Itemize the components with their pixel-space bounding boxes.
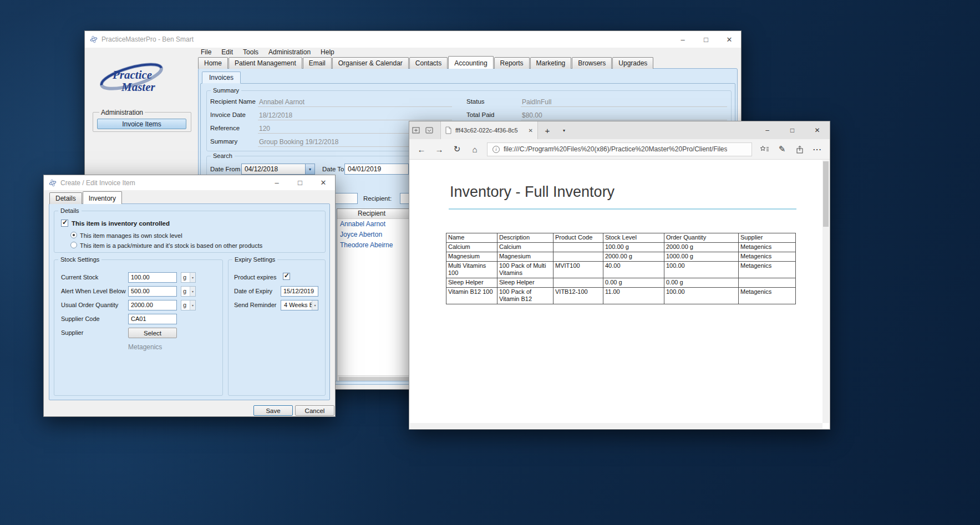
main-titlebar[interactable]: PracticeMasterPro - Ben Smart – □ ✕ [85,31,741,48]
current-stock-input[interactable]: 100.00 [128,272,177,283]
inventory-controlled-label[interactable]: This item is inventory controlled [72,220,170,227]
settings-more-icon[interactable]: ··· [809,141,826,157]
cell: 1000.00 g [664,252,739,262]
tab-marketing[interactable]: Marketing [530,57,572,69]
order-quantity-input[interactable]: 2000.00 [128,300,177,310]
browser-tab-strip[interactable]: fff43c62-022c-4f36-8c5 ✕ + ▾ – □ ✕ [409,121,830,139]
menu-edit[interactable]: Edit [216,47,238,57]
status-label: Status [466,98,485,105]
share-icon[interactable] [791,141,809,157]
cell: Magnesium [497,252,554,262]
scrollbar-thumb[interactable] [823,161,829,227]
menu-file[interactable]: File [196,47,216,57]
cell: Metagenics [739,243,796,252]
tab-upgrades[interactable]: Upgrades [612,57,653,69]
browser-tab[interactable]: fff43c62-022c-4f36-8c5 ✕ [440,121,538,139]
dialog-titlebar[interactable]: Create / Edit Invoice Item – □ ✕ [44,175,335,190]
menu-help[interactable]: Help [316,47,339,57]
tab-patient-management[interactable]: Patient Management [229,57,302,69]
cell: 100.00 g [603,243,664,252]
own-stock-level-label[interactable]: This item manages its own stock level [80,232,182,239]
invoices-inner-tab[interactable]: Invoices [202,72,241,84]
cell: Calcium [446,243,497,252]
send-reminder-value: 4 Weeks B [281,300,312,310]
own-stock-level-radio[interactable] [70,232,77,238]
invoice-items-button[interactable]: Invoice Items [97,119,186,129]
select-supplier-button[interactable]: Select [128,328,177,338]
tab-reports[interactable]: Reports [494,57,530,69]
tab-home[interactable]: Home [198,57,228,69]
tab-inventory[interactable]: Inventory [83,191,122,204]
unit-dropdown-icon[interactable]: ▾ [190,300,195,310]
forward-icon[interactable]: → [430,141,448,157]
tab-browsers[interactable]: Browsers [572,57,612,69]
tab-list-chevron-icon[interactable]: ▾ [557,128,571,133]
reminder-dropdown-icon[interactable]: ▾ [312,300,318,310]
minimize-button[interactable]: – [755,121,780,139]
save-button[interactable]: Save [253,405,293,416]
maximize-button[interactable]: □ [694,31,718,48]
refresh-icon[interactable]: ↻ [448,141,466,157]
new-tab-button[interactable]: + [538,126,557,135]
supplier-code-label: Supplier Code [61,315,100,322]
unit-dropdown-icon[interactable]: ▾ [190,273,195,282]
product-expires-checkbox[interactable]: ✓ [283,273,290,280]
details-groupbox: Details ✓ This item is inventory control… [54,211,326,253]
pack-mixture-label[interactable]: This item is a pack/mixture and it's sto… [80,242,262,249]
tab-accounting[interactable]: Accounting [448,56,493,69]
recipient-name-value: Annabel Aarnot [258,96,452,107]
inventory-controlled-checkbox[interactable]: ✓ [61,220,68,227]
close-button[interactable]: ✕ [718,31,741,48]
tab-email[interactable]: Email [303,57,332,69]
column-header: Description [497,233,554,243]
horizontal-scrollbar[interactable] [410,423,822,429]
set-tabs-aside-icon[interactable] [409,121,423,139]
send-reminder-combo[interactable]: 4 Weeks B ▾ [281,300,318,310]
send-reminder-label: Send Reminder [234,302,276,308]
date-from-combobox[interactable]: 04/12/2018 ▾ [241,164,315,175]
tab-preview-icon[interactable] [423,121,436,139]
logo-text-line2: Master [121,80,156,94]
cell: Vitamin B12 100 [446,288,497,304]
vertical-scrollbar[interactable] [822,160,829,423]
order-quantity-unit-combo[interactable]: g▾ [181,300,196,310]
menu-tools[interactable]: Tools [238,47,263,57]
maximize-button[interactable]: □ [780,121,805,139]
date-to-combobox[interactable]: 04/01/2019 ▾ [344,164,418,175]
cell: Metagenics [739,252,796,262]
cell: 2000.00 g [664,243,739,252]
favorites-hub-icon[interactable] [755,141,773,157]
address-bar[interactable]: i file:///C:/Program%20Files%20(x86)/Pra… [487,142,752,156]
minimize-button[interactable]: – [671,31,694,48]
maximize-button[interactable]: □ [288,175,312,190]
close-button[interactable]: ✕ [312,175,335,190]
annotate-pen-icon[interactable]: ✎ [773,141,791,157]
alert-level-unit-combo[interactable]: g▾ [181,286,196,297]
current-stock-label: Current Stock [61,274,98,281]
total-paid-value: $80.00 [521,110,727,120]
window-title: PracticeMasterPro - Ben Smart [101,35,194,43]
app-logo-icon [49,179,57,187]
tab-close-icon[interactable]: ✕ [529,128,533,134]
column-header: Order Quantity [664,233,739,243]
close-button[interactable]: ✕ [805,121,830,139]
minimize-button[interactable]: – [265,175,288,190]
url-text: file:///C:/Program%20Files%20(x86)/Pract… [504,145,727,153]
date-of-expiry-input[interactable]: 15/12/2019 [281,286,318,297]
check-icon: ✓ [284,272,290,279]
tab-details[interactable]: Details [49,192,82,204]
date-from-dropdown-icon[interactable]: ▾ [305,164,314,174]
menu-administration[interactable]: Administration [263,47,316,57]
current-stock-unit-combo[interactable]: g▾ [181,272,196,283]
home-icon[interactable]: ⌂ [466,141,484,157]
pack-mixture-radio[interactable] [70,242,77,248]
tab-organiser-calendar[interactable]: Organiser & Calendar [332,57,409,69]
tab-contacts[interactable]: Contacts [409,57,448,69]
unit-dropdown-icon[interactable]: ▾ [190,287,195,296]
alert-level-input[interactable]: 500.00 [128,286,177,297]
page-info-icon[interactable]: i [492,146,500,153]
cancel-button[interactable]: Cancel [295,405,334,416]
supplier-code-input[interactable]: CA01 [128,314,177,324]
order-quantity-label: Usual Order Quantity [61,302,118,308]
back-icon[interactable]: ← [413,141,430,157]
